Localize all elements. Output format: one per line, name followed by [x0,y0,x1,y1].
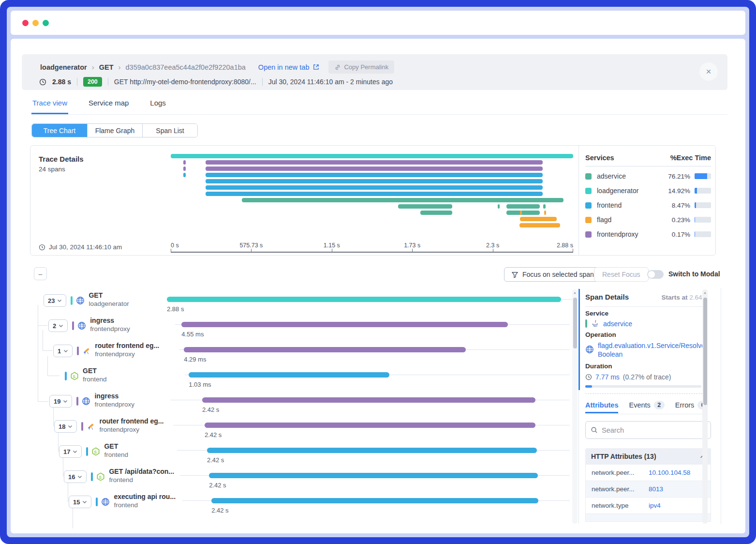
switch-to-modal-label: Switch to Modal [668,270,720,278]
traffic-light-close[interactable] [22,20,29,26]
span-expander[interactable]: 16 [64,470,87,483]
tab-trace-view[interactable]: Trace view [31,97,68,114]
attribute-value[interactable]: 8013 [649,485,663,493]
tree-connector [38,305,38,402]
search-input[interactable] [602,426,706,434]
scroll-up-arrow[interactable]: ▲ [702,289,708,294]
span-tree-row[interactable]: 2 ingressfrontendproxy [48,317,130,340]
minimap-span-bar[interactable] [183,166,186,171]
telescope-icon [87,422,95,431]
reset-focus-button[interactable]: Reset Focus [594,267,649,282]
switch-to-modal-toggle[interactable] [647,270,664,279]
span-duration-bar[interactable] [202,397,535,403]
dashed-divider [585,393,707,394]
span-color-bar [86,447,88,456]
span-duration-bar[interactable] [167,297,561,302]
breadcrumb-separator: › [119,63,121,71]
minimap-span-bar[interactable] [183,160,186,165]
minimap-span-bar[interactable] [543,204,545,209]
span-tree-row[interactable]: 19 ingressfrontendproxy [49,392,134,415]
minimap-span-bar[interactable] [171,154,573,158]
span-tree-row[interactable]: 16 GET /api/data?con...frontend [64,468,174,491]
chevron-down-icon [73,450,77,453]
focus-selected-span-button[interactable]: Focus on selected span [504,267,601,282]
minimap-span-bar[interactable] [506,204,540,209]
tab-events[interactable]: Events2 [629,401,664,409]
span-tree-row[interactable]: GETfrontend [60,367,107,390]
attribute-key: network.type [592,502,649,509]
minimap-span-bar[interactable] [206,166,542,171]
span-duration-bar[interactable] [211,498,538,503]
span-expander[interactable]: 23 [44,294,66,307]
flame-graph-button[interactable]: Flame Graph [87,124,142,137]
minimap-span-bar[interactable] [520,211,522,215]
tab-service-map[interactable]: Service map [88,97,130,114]
minimap-span-bar[interactable] [498,204,500,209]
span-duration-bar[interactable] [205,423,535,428]
span-tree-row[interactable]: 1 router frontend eg...frontendproxy [53,342,159,365]
span-duration-bar[interactable] [181,322,508,327]
globe-icon [77,321,86,330]
span-list-button[interactable]: Span List [142,124,197,137]
services-header: Services %Exec Time [585,154,711,166]
tree-connector [47,356,48,376]
service-color-swatch [585,217,592,223]
span-duration-bar[interactable] [189,372,389,378]
operation-link[interactable]: flagd.evaluation.v1.Service/ResolveBoole… [598,341,709,359]
attribute-value[interactable]: ipv4 [649,502,661,509]
http-attributes-accordion[interactable]: HTTP Attributes (13) [585,448,711,465]
span-duration-bar[interactable] [184,347,466,352]
minimap-span-bar[interactable] [242,198,563,202]
service-link[interactable]: adservice [603,320,632,328]
span-expander[interactable]: 18 [54,420,77,433]
tree-chart-button[interactable]: Tree Chart [32,124,87,137]
minimap-span-bar[interactable] [506,211,540,215]
tab-attributes[interactable]: Attributes [585,401,618,409]
attribute-value[interactable]: 10.100.104.58 [649,469,690,476]
duration-link[interactable]: 7.77 ms [595,373,620,381]
minimap-span-bar[interactable] [206,173,542,177]
traffic-light-minimize[interactable] [32,20,39,26]
minimap-span-bar[interactable] [206,185,542,190]
span-tree-row[interactable]: 17 GETfrontend [59,442,128,466]
minimap-span-bar[interactable] [520,217,557,221]
waterfall-scrollbar[interactable]: ▲ [572,289,578,524]
span-service: frontendproxy [90,325,130,332]
minimap-span-bar[interactable] [206,192,542,196]
span-tree-row[interactable]: 15 executing api rou...frontend [69,493,176,516]
search-icon [591,426,598,434]
breadcrumb-method: GET [99,63,114,71]
span-duration-bar[interactable] [209,473,538,478]
traffic-light-maximize[interactable] [43,20,49,26]
span-expander[interactable]: 19 [49,395,72,408]
span-tree-row[interactable]: 18 router frontend eg...frontendproxy [54,417,163,440]
open-in-new-tab-link[interactable]: Open in new tab [258,63,320,71]
span-expander[interactable]: 17 [59,445,82,458]
copy-permalink-button[interactable]: Copy Permalink [328,60,394,74]
minimap-span-bar[interactable] [398,204,452,209]
minimap-span-bar[interactable] [206,179,542,183]
minimap-span-bar[interactable] [420,211,453,215]
span-operation: router frontend eg... [95,342,159,349]
waterfall-row: 2.88 s [167,292,572,313]
close-button[interactable]: × [699,62,718,81]
scrollbar-thumb[interactable] [573,298,577,348]
minimap-span-bar[interactable] [183,173,186,177]
span-duration-bar[interactable] [207,448,537,453]
span-service: frontend [114,501,176,509]
minimap-span-bar[interactable] [206,160,542,165]
span-tree-row[interactable]: 23 GETloadgenerator [44,291,129,315]
minimap-span-bar[interactable] [544,211,546,215]
tab-logs[interactable]: Logs [149,97,167,114]
span-expander[interactable]: 2 [48,319,68,332]
nodejs-icon [96,472,105,481]
collapse-all-button[interactable]: – [34,267,47,280]
scroll-up-arrow[interactable]: ▲ [572,289,578,294]
scrollbar-thumb[interactable] [703,298,707,405]
span-expander[interactable]: 15 [69,496,91,508]
span-expander[interactable]: 1 [53,345,73,357]
telescope-icon [82,347,91,355]
minimap-span-bar[interactable] [519,223,561,227]
chevron-down-icon [59,324,63,328]
span-details-scrollbar[interactable]: ▲ [702,289,708,524]
